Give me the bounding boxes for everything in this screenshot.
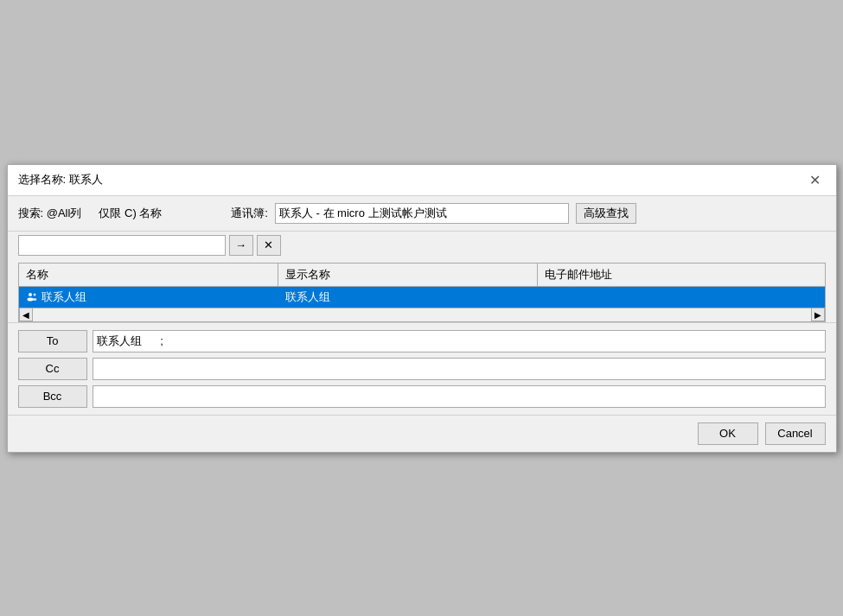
- cell-email: [538, 287, 825, 308]
- search-go-button[interactable]: →: [229, 235, 253, 256]
- col-header-display: 显示名称: [278, 264, 538, 286]
- bcc-row: Bcc: [18, 385, 826, 408]
- cc-input[interactable]: [93, 358, 826, 380]
- dialog-title: 选择名称: 联系人: [18, 172, 103, 187]
- table-body[interactable]: 联系人组 联系人组: [19, 287, 825, 308]
- svg-point-1: [27, 297, 33, 301]
- close-button[interactable]: ✕: [805, 169, 826, 190]
- search-label: 搜索: @All列: [18, 206, 82, 221]
- cancel-button[interactable]: Cancel: [765, 422, 826, 445]
- search-clear-button[interactable]: ✕: [257, 235, 281, 256]
- ok-button[interactable]: OK: [698, 422, 758, 445]
- cell-display: 联系人组: [278, 287, 538, 308]
- clear-icon: ✕: [264, 238, 273, 251]
- svg-point-2: [33, 293, 35, 295]
- to-input[interactable]: [93, 330, 826, 352]
- recipients-section: To Cc Bcc: [8, 322, 836, 415]
- search-bar: 搜索: @All列 仅限 C) 名称 通讯簿: 高级查找: [8, 196, 836, 232]
- svg-point-0: [29, 293, 32, 296]
- contact-display-name: 联系人组: [285, 289, 330, 305]
- cell-name: 联系人组: [19, 287, 278, 308]
- scroll-right-button[interactable]: ▶: [811, 308, 825, 321]
- col-header-email: 电子邮件地址: [538, 264, 825, 286]
- group-icon: [26, 291, 38, 303]
- search-only-label: 仅限 C) 名称: [99, 206, 162, 221]
- to-button[interactable]: To: [18, 330, 87, 352]
- horizontal-scrollbar[interactable]: ◀ ▶: [19, 308, 825, 321]
- svg-point-3: [32, 298, 36, 301]
- bcc-button[interactable]: Bcc: [18, 385, 87, 408]
- contact-name: 联系人组: [42, 289, 86, 305]
- cc-button[interactable]: Cc: [18, 358, 87, 380]
- table-row[interactable]: 联系人组 联系人组: [19, 287, 825, 308]
- table-header: 名称 显示名称 电子邮件地址: [19, 264, 825, 287]
- title-bar: 选择名称: 联系人 ✕: [8, 165, 836, 196]
- search-input-row: → ✕: [8, 232, 836, 263]
- address-book-input[interactable]: [275, 203, 569, 224]
- col-header-name: 名称: [19, 264, 278, 286]
- scroll-left-button[interactable]: ◀: [19, 308, 33, 321]
- select-names-dialog: 选择名称: 联系人 ✕ 搜索: @All列 仅限 C) 名称 通讯簿: 高级查找…: [7, 164, 837, 453]
- address-book-label: 通讯簿:: [231, 206, 268, 221]
- dialog-footer: OK Cancel: [8, 415, 836, 452]
- cc-row: Cc: [18, 358, 826, 380]
- address-book-row: 通讯簿: 高级查找: [231, 203, 636, 224]
- bcc-input[interactable]: [93, 385, 826, 408]
- arrow-right-icon: →: [235, 238, 246, 251]
- search-input[interactable]: [18, 235, 226, 256]
- advanced-find-button[interactable]: 高级查找: [576, 203, 636, 224]
- to-row: To: [18, 330, 826, 352]
- contact-table: 名称 显示名称 电子邮件地址 联系人组: [18, 263, 826, 322]
